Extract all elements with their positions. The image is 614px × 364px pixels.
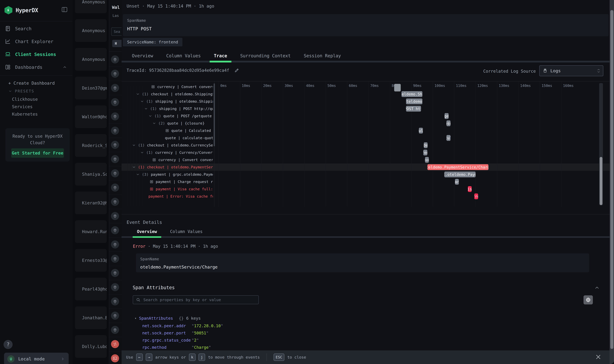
session-card[interactable]: Howard.Run [75,220,107,243]
event-pin-cell[interactable] [109,309,122,323]
session-card[interactable]: Anonymous [75,48,107,71]
help-button[interactable]: ? [3,340,13,349]
tab-session-replay[interactable]: Session Replay [297,51,347,61]
pin-icon[interactable] [111,255,119,263]
session-card[interactable]: Pearl43@ho [75,278,107,300]
pin-icon[interactable] [111,70,119,78]
trace-row[interactable]: currency | Convert convers…Convert [122,156,614,164]
span-bar[interactable]: Convert [425,157,429,163]
chevron-down-icon[interactable] [136,92,140,96]
session-filter-chip[interactable]: H [112,40,122,47]
drawer-scrollbar-thumb[interactable] [610,10,613,349]
span-bar[interactable]: oteldemo.Ship [402,91,422,97]
span-bar[interactable]: oteldemo.C [424,142,428,148]
pin-icon[interactable] [111,84,119,92]
session-card[interactable]: Walton9@ho [75,105,107,128]
tab-overview[interactable]: Overview [125,51,160,61]
attribute-row[interactable]: rpc.method"Charge" [142,345,211,350]
attributes-root-row[interactable]: ▾ SpanAttributes {} 6 keys [135,316,201,321]
event-pin-cell[interactable] [109,280,122,295]
pin-icon[interactable] [111,55,119,64]
event-pin-cell[interactable] [109,251,122,266]
event-pin-cell[interactable] [109,109,122,124]
event-details-tab-overview[interactable]: Overview [131,227,164,236]
preset-item-services[interactable]: Services [12,104,33,109]
chevron-down-icon[interactable] [144,107,148,111]
trace-row[interactable]: (2)quote | {closure}{closure} [122,120,614,127]
session-card[interactable]: Deion37@gm [75,77,107,99]
span-bar[interactable]: Calculated [419,128,423,133]
event-pin-cell[interactable] [109,138,122,152]
event-pin-cell[interactable] [109,237,122,252]
pin-icon[interactable] [111,240,119,248]
log-source-select[interactable]: Logs [539,65,603,76]
event-pin-cell[interactable] [109,337,122,351]
terminal-icon[interactable] [111,354,119,362]
chevron-down-icon[interactable] [132,165,136,169]
sidebar-item-search[interactable]: Search [0,22,72,35]
presets-header[interactable]: PRESETS [8,89,34,93]
pin-icon[interactable] [111,112,119,120]
preset-item-clickhouse[interactable]: Clickhouse [12,97,38,102]
span-bar[interactable]: {closure} [446,120,450,126]
event-pin-cell[interactable] [109,323,122,337]
span-bar[interactable]: oteldemo.PaymentService/Charge [427,164,489,170]
event-pin-cell[interactable] [109,123,122,138]
chevron-down-icon[interactable] [140,100,144,103]
trace-row[interactable]: currency | Convert convers… [122,83,614,91]
span-bar[interactable]: Visa [468,186,472,192]
waterfall-scrollbar-thumb[interactable] [600,157,602,205]
local-mode-button[interactable]: U Local mode [4,353,69,364]
event-pin-cell[interactable] [109,294,122,309]
span-bar[interactable]: POST /getquote [444,113,449,119]
close-icon[interactable] [595,354,601,360]
chevron-down-icon[interactable] [140,151,144,155]
pin-icon[interactable] [111,141,119,149]
attribute-row[interactable]: net.sock.peer.port"50051" [142,331,209,335]
swap-icon[interactable] [111,340,119,348]
event-pin-cell[interactable] [109,166,122,181]
pin-icon[interactable] [111,326,119,334]
session-search-input[interactable]: Sea [111,27,122,36]
attribute-row[interactable]: rpc.grpc.status_code"2" [142,338,199,343]
session-card[interactable]: Dolly.Lubo [75,335,107,358]
sidebar-item-chart-explorer[interactable]: Chart Explorer [0,35,72,48]
tree-scrollbar-thumb[interactable] [214,83,215,146]
event-pin-cell[interactable] [109,95,122,109]
event-pin-cell[interactable] [109,52,122,67]
attribute-row[interactable]: net.sock.peer.addr"172.28.0.10" [142,324,223,328]
event-pin-cell[interactable] [109,81,122,95]
pin-icon[interactable] [111,127,119,135]
gear-icon[interactable] [584,295,593,304]
span-bar[interactable]: oteldemo. [406,99,422,104]
trace-row[interactable]: (1)currency | Currency/ConvertCurrency/ [122,149,614,156]
trace-row[interactable]: (1)checkout | oteldemo.CurrencySe…otelde… [122,142,614,149]
chevron-down-icon[interactable] [148,114,152,118]
sidebar-collapse-icon[interactable] [61,6,68,13]
chevron-down-icon[interactable] [132,143,136,147]
span-bar[interactable]: POST htt [406,106,421,112]
pin-icon[interactable] [111,183,119,192]
event-pin-cell[interactable] [109,180,122,195]
trace-row[interactable]: payment | Error: Visa cache ful…Error [122,193,614,200]
sidebar-item-dashboards[interactable]: Dashboards [0,61,72,74]
pin-icon[interactable] [111,212,119,220]
trace-row[interactable]: payment | Charge request rec…Charge [122,178,614,185]
pin-icon[interactable] [111,169,119,177]
trace-row[interactable]: (1)checkout | oteldemo.ShippingSe…otelde… [122,91,614,98]
event-details-tab-column-values[interactable]: Column Values [164,227,209,236]
event-pin-cell[interactable] [109,152,122,166]
pin-icon[interactable] [111,269,119,277]
pin-icon[interactable] [111,98,119,106]
event-pin-cell[interactable] [109,266,122,280]
span-bar[interactable]: Currency/ [423,150,427,156]
trace-row[interactable]: (3)payment | grpc.oteldemo.Paymen…grpc.o… [122,171,614,178]
pin-icon[interactable] [111,312,119,320]
collapse-section-icon[interactable] [594,285,600,290]
span-bar[interactable]: Charge [455,179,459,185]
sidebar-item-client-sessions[interactable]: Client Sessions [0,48,72,61]
session-card[interactable]: Roderick_S [75,134,107,157]
session-card[interactable]: Shaniya.Sc [75,163,107,185]
trace-row[interactable]: (1)quote | POST /getquotePOST /getquote [122,112,614,120]
pin-icon[interactable] [111,283,119,291]
